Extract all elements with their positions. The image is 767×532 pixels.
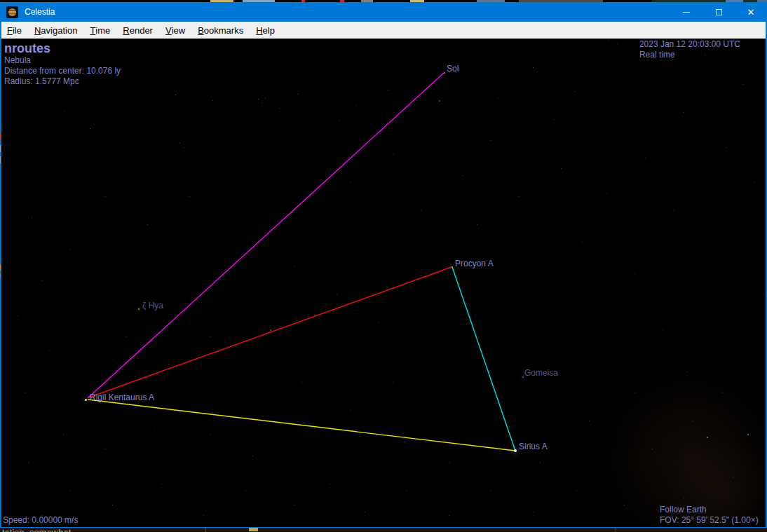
star-label-procyon-a[interactable]: Procyon A — [455, 259, 494, 268]
time-info: 2023 Jan 12 20:03:00 UTC Real time — [639, 39, 740, 60]
selection-info: nroutes Nebula Distance from center: 10.… — [4, 41, 121, 87]
background-star — [554, 119, 555, 120]
background-star — [270, 329, 271, 331]
background-window-fragment — [0, 264, 1, 271]
background-star — [540, 463, 541, 463]
background-star — [575, 91, 576, 92]
celestia-window: Celestia ✕ FileNavigationTimeRenderViewB… — [0, 0, 767, 532]
background-star — [708, 259, 709, 260]
background-star — [463, 175, 463, 176]
fov-display: FOV: 25° 59' 52.5" (1.00×) — [660, 515, 759, 526]
minimize-button[interactable] — [670, 2, 702, 22]
background-window-fragment — [0, 273, 1, 278]
background-star — [449, 515, 449, 516]
menu-item-view[interactable]: View — [159, 22, 191, 39]
background-star — [400, 442, 400, 442]
star-dot-sirius-a — [514, 449, 517, 452]
background-star — [722, 393, 723, 393]
menu-item-time[interactable]: Time — [83, 22, 116, 39]
background-star — [189, 196, 190, 197]
background-star — [407, 491, 407, 491]
menu-item-help[interactable]: Help — [250, 22, 281, 39]
background-window-highlight — [249, 528, 258, 531]
background-window-divider — [205, 528, 206, 532]
background-star — [42, 280, 43, 281]
background-star — [652, 42, 653, 43]
routes-layer — [1, 39, 766, 527]
star-label-rigil-kentaurus-a[interactable]: Rigil Kentaurus A — [90, 393, 154, 402]
background-star — [726, 147, 726, 148]
background-star — [32, 217, 32, 218]
menu-item-bookmarks[interactable]: Bookmarks — [191, 22, 250, 39]
speed-display: Speed: 0.00000 m/s — [3, 515, 78, 525]
background-window-text: tation, somewhat — [2, 528, 71, 532]
background-star — [561, 168, 562, 169]
background-star — [634, 393, 635, 393]
background-star — [684, 112, 684, 113]
background-star — [280, 108, 280, 109]
titlebar[interactable]: Celestia ✕ — [0, 2, 767, 22]
background-star — [112, 505, 113, 505]
maximize-icon — [716, 9, 722, 15]
background-star — [652, 449, 653, 449]
background-star — [365, 512, 365, 512]
sky-viewport[interactable]: nroutes Nebula Distance from center: 10.… — [1, 39, 766, 527]
background-star — [624, 505, 625, 505]
route-procyon-to-rigil — [89, 267, 452, 397]
background-star — [617, 43, 618, 44]
background-star — [589, 421, 590, 421]
background-star — [42, 515, 43, 516]
datetime-display: 2023 Jan 12 20:03:00 UTC — [639, 39, 740, 50]
background-star — [439, 100, 440, 102]
star-label-sirius-a[interactable]: Sirius A — [519, 442, 548, 451]
menu-item-navigation[interactable]: Navigation — [28, 22, 83, 39]
star-label-gomeisa[interactable]: Gomeisa — [524, 368, 558, 378]
background-star — [231, 231, 232, 232]
celestia-app-icon[interactable] — [6, 6, 18, 18]
background-window-fragment — [0, 156, 1, 163]
background-star — [252, 456, 253, 456]
background-star — [168, 364, 169, 365]
star-dot-gomeisa — [522, 376, 524, 378]
background-star — [663, 329, 663, 330]
background-star — [388, 90, 388, 90]
background-star — [692, 421, 693, 421]
background-star — [421, 210, 421, 211]
background-star — [449, 463, 449, 463]
background-star — [105, 449, 106, 449]
background-star — [262, 102, 262, 103]
background-window-fragment — [0, 145, 1, 152]
background-star — [49, 350, 50, 351]
background-star — [379, 322, 379, 323]
selection-type: Nebula — [4, 55, 121, 66]
menu-item-file[interactable]: File — [1, 22, 28, 39]
background-star — [154, 428, 155, 428]
background-star — [491, 140, 491, 141]
background-star — [606, 193, 607, 193]
background-star — [519, 196, 520, 197]
background-star — [754, 182, 754, 183]
background-star — [707, 437, 708, 438]
background-star — [763, 294, 763, 295]
background-star — [330, 484, 330, 484]
background-star — [161, 484, 162, 484]
follow-mode: Follow Earth — [660, 505, 759, 515]
star-label--hya[interactable]: ζ Hya — [142, 301, 163, 311]
menu-item-render[interactable]: Render — [116, 22, 159, 39]
background-star — [477, 224, 477, 225]
background-star — [179, 142, 180, 143]
background-star — [210, 435, 211, 435]
background-star — [705, 55, 705, 55]
background-star — [18, 315, 18, 316]
background-star — [733, 477, 733, 477]
close-button[interactable]: ✕ — [735, 2, 767, 22]
background-star — [393, 382, 393, 383]
background-star — [351, 410, 351, 411]
background-star — [634, 273, 635, 274]
background-star — [596, 126, 597, 127]
background-star — [673, 210, 674, 211]
maximize-button[interactable] — [702, 2, 735, 22]
star-label-sol[interactable]: Sol — [447, 64, 459, 74]
background-star — [70, 249, 71, 250]
background-star — [645, 158, 646, 158]
